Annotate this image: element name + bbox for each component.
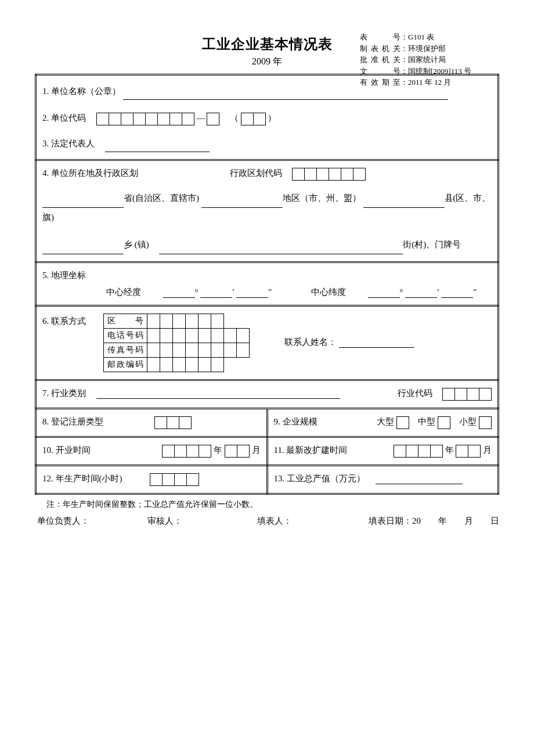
input-township[interactable] [42, 244, 124, 254]
meta-label-approver: 批准机关 [360, 54, 400, 66]
row-fax: 传真号码 [104, 343, 250, 358]
input-unit-code-check[interactable] [207, 113, 219, 125]
input-legal-rep[interactable] [105, 142, 210, 152]
input-admin-code[interactable] [292, 168, 366, 181]
input-county[interactable] [363, 197, 445, 208]
input-unit-code-main[interactable] [96, 113, 194, 125]
signature-row: 单位负责人： 审核人： 填表人： 填表日期：20 年 月 日 [35, 516, 499, 527]
label-output-value: 13. 工业总产值（万元） [274, 474, 366, 483]
sign-date: 填表日期：20 年 月 日 [367, 516, 499, 527]
input-open-month[interactable] [225, 445, 250, 458]
label-contact-name: 联系人姓名： [284, 337, 337, 347]
input-reg-type[interactable] [154, 416, 192, 429]
input-prod-hours[interactable] [150, 473, 199, 486]
input-lat-deg[interactable] [368, 289, 400, 298]
meta-value-approver: 国家统计局 [408, 55, 446, 64]
label-latitude: 中心纬度 [311, 287, 346, 297]
input-industry[interactable] [96, 388, 340, 399]
label-contact: 6. 联系方式 [42, 314, 86, 327]
checkbox-large[interactable] [396, 416, 409, 429]
input-output-value[interactable] [376, 474, 463, 484]
label-unit-code: 2. 单位代码 [42, 113, 86, 123]
form-header: 工业企业基本情况表 2009 年 表 号：G101 表 制表机关：环境保护部 批… [35, 35, 499, 68]
label-street: 街(村)、门牌号 [403, 240, 461, 249]
label-region: 地区（市、州、盟） [283, 193, 361, 203]
row-zip: 邮政编码 [104, 358, 250, 372]
label-large: 大型 [377, 417, 394, 426]
label-scale: 9. 企业规模 [274, 417, 317, 426]
meta-value-docno: 国统制[2009]113 号 [408, 67, 471, 75]
label-medium: 中型 [418, 417, 435, 426]
label-legal-rep: 3. 法定代表人 [42, 139, 95, 148]
label-open-time: 10. 开业时间 [42, 445, 91, 455]
label-geo: 5. 地理坐标 [42, 271, 86, 280]
label-industry-code: 行业代码 [398, 388, 432, 398]
meta-label-formno: 表 号 [360, 31, 400, 43]
input-lng-deg[interactable] [163, 289, 195, 298]
input-province[interactable] [42, 197, 124, 208]
label-prod-hours: 12. 年生产时间(小时) [42, 474, 122, 483]
contact-table: 区 号 电话号码 传真号码 邮政编码 [103, 314, 250, 372]
checkbox-medium[interactable] [438, 416, 450, 429]
label-industry: 7. 行业类别 [42, 388, 86, 398]
sign-filler: 填表人： [257, 516, 367, 527]
input-unit-name[interactable] [123, 89, 448, 100]
label-longitude: 中心经度 [106, 287, 141, 297]
main-form-table: 1. 单位名称（公章） 2. 单位代码 — （ ） 3. 法定代表人 4. 单位… [35, 74, 499, 495]
input-contact-name[interactable] [339, 337, 414, 348]
label-reg-type: 8. 登记注册类型 [42, 417, 103, 426]
meta-info: 表 号：G101 表 制表机关：环境保护部 批准机关：国家统计局 文 号：国统制… [360, 31, 499, 88]
sign-reviewer: 审核人： [147, 516, 258, 527]
label-unit-name: 1. 单位名称（公章） [42, 87, 121, 96]
label-location: 4. 单位所在地及行政区划 [42, 168, 138, 178]
input-street[interactable] [159, 244, 403, 254]
label-small: 小型 [459, 417, 477, 426]
meta-value-maker: 环境保护部 [408, 44, 446, 53]
input-rebuild-month[interactable] [456, 445, 481, 458]
label-admin-code: 行政区划代码 [230, 168, 282, 178]
input-lat-min[interactable] [405, 289, 437, 298]
meta-value-formno: G101 表 [408, 33, 434, 41]
label-township: 乡 (镇) [124, 240, 149, 249]
meta-label-maker: 制表机关 [360, 43, 400, 55]
sign-owner: 单位负责人： [37, 516, 147, 527]
row-area-code: 区 号 [104, 314, 250, 329]
input-industry-code[interactable] [442, 388, 492, 401]
input-region[interactable] [201, 197, 283, 208]
row-telephone: 电话号码 [104, 329, 250, 343]
label-province: 省(自治区、直辖市) [124, 193, 199, 203]
checkbox-small[interactable] [479, 416, 492, 429]
meta-label-docno: 文 号 [360, 66, 400, 77]
footnote: 注：年生产时间保留整数；工业总产值允许保留一位小数。 [35, 499, 499, 510]
input-unit-code-paren[interactable] [241, 113, 266, 125]
input-open-year[interactable] [162, 445, 211, 458]
input-lng-min[interactable] [200, 289, 232, 298]
meta-value-valid: 2011 年 12 月 [408, 78, 451, 87]
input-rebuild-year[interactable] [394, 445, 443, 458]
meta-label-valid: 有效期至 [360, 77, 400, 88]
input-lng-sec[interactable] [236, 289, 268, 298]
input-lat-sec[interactable] [441, 289, 473, 298]
label-rebuild-time: 11. 最新改扩建时间 [274, 445, 348, 455]
